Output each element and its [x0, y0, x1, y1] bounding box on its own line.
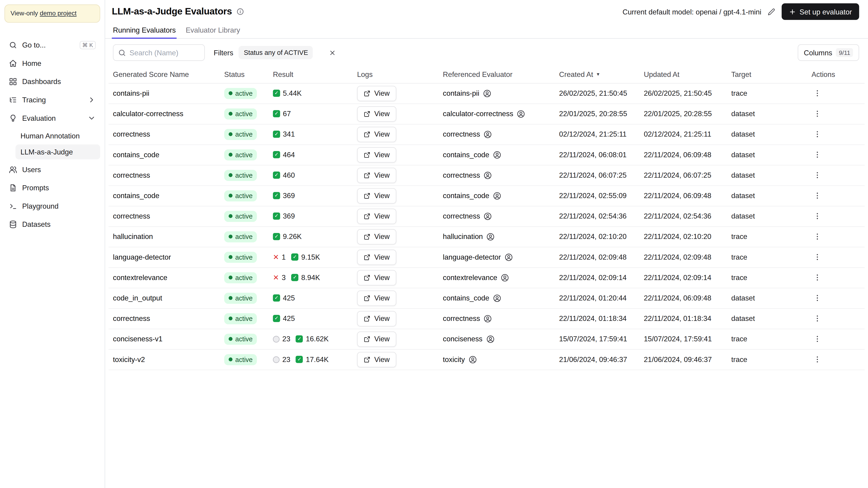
table-row[interactable]: correctness active ✓ 341 View	[108, 124, 865, 144]
score-name: correctness	[108, 206, 220, 226]
demo-project-link[interactable]: demo project	[40, 10, 76, 17]
external-link-icon	[364, 233, 370, 240]
tab-running-evaluators[interactable]: Running Evaluators	[112, 22, 177, 39]
referenced-evaluator: contains-pii	[443, 89, 551, 98]
row-actions-button[interactable]	[811, 149, 823, 160]
sidebar-item-prompts[interactable]: Prompts	[4, 180, 100, 196]
database-icon	[9, 220, 17, 228]
row-actions-button[interactable]	[811, 272, 823, 284]
row-actions-button[interactable]	[811, 210, 823, 222]
col-created-at[interactable]: Created At ▼	[555, 66, 640, 83]
table-row[interactable]: contains-pii active ✓ 5.44K View	[108, 83, 865, 103]
view-logs-button[interactable]: View	[357, 208, 396, 224]
view-logs-button[interactable]: View	[357, 188, 396, 203]
view-logs-button[interactable]: View	[357, 290, 396, 306]
table-row[interactable]: calculator-correctness active ✓ 67 View	[108, 103, 865, 124]
status-badge: active	[224, 252, 257, 263]
result-success: ✓ 17.64K	[296, 355, 329, 364]
result-success: ✓ 460	[273, 171, 295, 179]
created-at: 26/02/2025, 21:50:45	[555, 83, 640, 103]
columns-button[interactable]: Columns 9/11	[798, 44, 859, 61]
view-logs-button[interactable]: View	[357, 229, 396, 245]
col-referenced-evaluator[interactable]: Referenced Evaluator	[438, 66, 555, 83]
view-logs-button[interactable]: View	[357, 106, 396, 122]
table-row[interactable]: correctness active ✓ 425 View	[108, 308, 865, 329]
columns-count-badge: 9/11	[836, 48, 853, 57]
table-row[interactable]: contextrelevance active ✕ 3 ✓ 8.94K	[108, 267, 865, 288]
sidebar-item-datasets[interactable]: Datasets	[4, 216, 100, 232]
sidebar-item-llm-as-a-judge[interactable]: LLM-as-a-Judge	[16, 144, 100, 159]
row-actions-button[interactable]	[811, 354, 823, 365]
info-icon[interactable]	[236, 7, 245, 16]
tab-evaluator-library[interactable]: Evaluator Library	[185, 22, 241, 39]
col-status[interactable]: Status	[220, 66, 269, 83]
view-logs-button[interactable]: View	[357, 352, 396, 367]
updated-at: 22/11/2024, 02:09:48	[639, 247, 727, 267]
sidebar-item-users[interactable]: Users	[4, 162, 100, 178]
table-row[interactable]: hallucination active ✓ 9.26K View	[108, 226, 865, 247]
sidebar-item-human-annotation[interactable]: Human Annotation	[16, 128, 100, 143]
table-row[interactable]: correctness active ✓ 369 View	[108, 206, 865, 226]
avatar-icon	[517, 109, 526, 118]
sidebar-item-dashboards[interactable]: Dashboards	[4, 73, 100, 90]
clear-filter-button[interactable]	[325, 45, 340, 60]
row-actions-button[interactable]	[811, 190, 823, 201]
sidebar-item-tracing[interactable]: Tracing	[4, 92, 100, 108]
col-target[interactable]: Target	[727, 66, 807, 83]
view-logs-button[interactable]: View	[357, 249, 396, 265]
referenced-evaluator: calculator-correctness	[443, 109, 551, 118]
success-icon: ✓	[273, 171, 280, 178]
target: dataset	[727, 288, 807, 308]
row-actions-button[interactable]	[811, 251, 823, 263]
table-row[interactable]: language-detector active ✕ 1 ✓ 9.15K	[108, 247, 865, 267]
row-actions-button[interactable]	[811, 231, 823, 242]
row-actions-button[interactable]	[811, 169, 823, 181]
sidebar-item-evaluation[interactable]: Evaluation	[4, 110, 100, 126]
score-name: hallucination	[108, 226, 220, 247]
filter-chip[interactable]: Status any of ACTIVE	[239, 46, 313, 59]
view-logs-button[interactable]: View	[357, 127, 396, 142]
sidebar-item-home[interactable]: Home	[4, 55, 100, 71]
created-at: 15/07/2024, 17:59:41	[555, 329, 640, 349]
edit-model-button[interactable]	[767, 7, 776, 16]
view-logs-button[interactable]: View	[357, 270, 396, 285]
view-logs-button[interactable]: View	[357, 167, 396, 183]
result-success: ✓ 425	[273, 294, 295, 302]
col-logs[interactable]: Logs	[353, 66, 439, 83]
col-generated-score-name[interactable]: Generated Score Name	[108, 66, 220, 83]
set-up-evaluator-button[interactable]: Set up evaluator	[782, 3, 859, 20]
view-logs-button[interactable]: View	[357, 86, 396, 101]
filters-button[interactable]: Filters Status any of ACTIVE	[214, 46, 313, 59]
referenced-evaluator: contains_code	[443, 150, 551, 159]
col-result[interactable]: Result	[269, 66, 352, 83]
sidebar-item-playground[interactable]: Playground	[4, 198, 100, 214]
result-cell: ✓ 369	[273, 191, 348, 200]
result-cell: ✓ 425	[273, 294, 348, 302]
avatar-icon	[484, 130, 492, 139]
search-input[interactable]	[113, 44, 205, 61]
target: dataset	[727, 124, 807, 144]
created-at: 22/01/2025, 20:28:55	[555, 103, 640, 124]
row-actions-button[interactable]	[811, 313, 823, 324]
goto-search[interactable]: Go to... ⌘ K	[4, 37, 100, 53]
table-row[interactable]: toxicity-v2 active 23 ✓ 17.64K	[108, 349, 865, 369]
table-row[interactable]: code_in_output active ✓ 425 View	[108, 288, 865, 308]
view-logs-button[interactable]: View	[357, 147, 396, 163]
result-error: ✕ 3	[273, 273, 286, 282]
col-updated-at[interactable]: Updated At	[639, 66, 727, 83]
row-actions-button[interactable]	[811, 128, 823, 140]
view-logs-button[interactable]: View	[357, 311, 396, 326]
row-actions-button[interactable]	[811, 88, 823, 99]
table-row[interactable]: correctness active ✓ 460 View	[108, 165, 865, 185]
row-actions-button[interactable]	[811, 292, 823, 304]
view-logs-button[interactable]: View	[357, 331, 396, 347]
status-badge: active	[224, 170, 257, 181]
table-row[interactable]: conciseness-v1 active 23 ✓ 16.62K	[108, 329, 865, 349]
row-actions-button[interactable]	[811, 108, 823, 120]
row-actions-button[interactable]	[811, 333, 823, 345]
result-success: ✓ 464	[273, 151, 295, 159]
table-row[interactable]: contains_code active ✓ 369 View	[108, 186, 865, 206]
header-actions: Current default model: openai / gpt-4.1-…	[622, 3, 859, 20]
table-row[interactable]: contains_code active ✓ 464 View	[108, 144, 865, 165]
plus-icon	[789, 8, 796, 15]
